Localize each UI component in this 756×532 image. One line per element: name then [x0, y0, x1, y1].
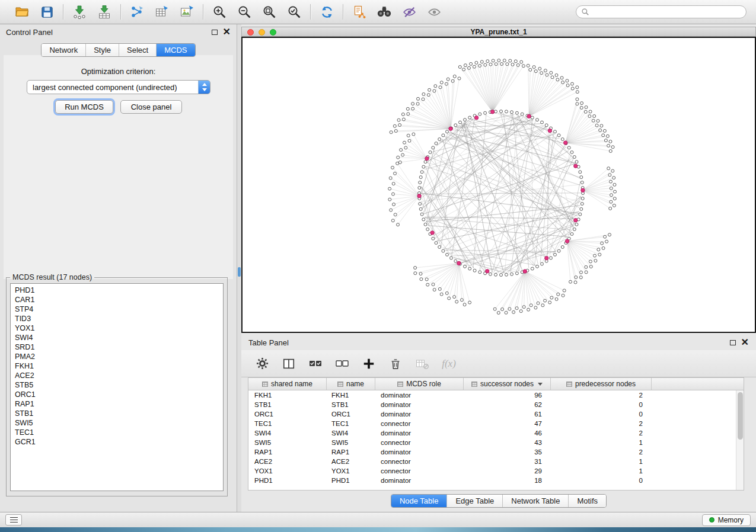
network-graph[interactable] — [243, 38, 755, 332]
result-node-item[interactable]: TID3 — [11, 314, 223, 323]
show-columns-button[interactable] — [280, 355, 298, 373]
result-node-item[interactable]: PHD1 — [11, 286, 223, 295]
tab-style[interactable]: Style — [86, 44, 119, 56]
refresh-view-button[interactable] — [317, 3, 337, 21]
delete-column-button[interactable] — [387, 355, 404, 373]
table-row-SWI4[interactable]: SWI4SWI4dominator462 — [248, 428, 736, 438]
table-cell: RAP1 — [248, 448, 327, 456]
table-row-ACE2[interactable]: ACE2ACE2connector311 — [248, 457, 736, 466]
table-cell: FKH1 — [248, 392, 327, 399]
column-header-MCDS-role[interactable]: MCDS role — [375, 378, 464, 390]
minimize-window-button[interactable] — [259, 29, 265, 36]
result-node-item[interactable]: ORC1 — [11, 390, 223, 399]
table-row-ORC1[interactable]: ORC1ORC1dominator610 — [248, 409, 736, 419]
maximize-window-button[interactable] — [270, 29, 276, 36]
unchecked-boxes-icon — [335, 357, 349, 371]
network-canvas[interactable] — [241, 37, 756, 333]
tab-motifs[interactable]: Motifs — [569, 495, 606, 507]
table-toolbar: f(x) — [241, 350, 756, 377]
result-node-item[interactable]: STB1 — [11, 409, 223, 418]
save-session-button[interactable] — [37, 3, 57, 21]
table-row-STB1[interactable]: STB1STB1dominator620 — [248, 400, 736, 409]
panel-splitter[interactable] — [237, 24, 241, 512]
column-header-predecessor-nodes[interactable]: predecessor nodes — [551, 378, 652, 390]
result-node-item[interactable]: ACE2 — [11, 371, 223, 380]
search-field[interactable] — [576, 5, 747, 18]
zoom-selected-icon — [287, 5, 301, 19]
copy-network-button[interactable] — [349, 3, 369, 21]
table-row-YOX1[interactable]: YOX1YOX1connector291 — [248, 466, 736, 476]
table-row-PHD1[interactable]: PHD1PHD1dominator180 — [248, 476, 736, 485]
result-node-item[interactable]: GCR1 — [11, 437, 223, 447]
table-cell: SWI5 — [248, 439, 327, 446]
result-node-item[interactable]: STB5 — [11, 380, 223, 390]
memory-button[interactable]: Memory — [702, 514, 751, 526]
result-node-item[interactable]: RAP1 — [11, 399, 223, 409]
zoom-selected-button[interactable] — [284, 3, 304, 21]
zoom-out-button[interactable] — [234, 3, 254, 21]
result-node-item[interactable]: SWI5 — [11, 418, 223, 428]
import-table-button[interactable] — [94, 3, 114, 21]
result-node-item[interactable]: PMA2 — [11, 352, 223, 361]
tab-edge-table[interactable]: Edge Table — [447, 495, 503, 507]
memory-label: Memory — [718, 516, 744, 524]
table-cell: PHD1 — [248, 477, 327, 484]
import-network-button[interactable] — [69, 3, 90, 21]
table-row-TEC1[interactable]: TEC1TEC1connector472 — [248, 419, 736, 428]
table-panel-tabs: Node TableEdge TableNetwork TableMotifs — [391, 494, 607, 508]
export-image-button[interactable] — [177, 3, 197, 21]
float-panel-icon[interactable] — [212, 30, 218, 35]
deselect-all-rows-button[interactable] — [333, 355, 351, 373]
import-network-icon — [72, 5, 87, 19]
table-settings-button[interactable] — [253, 355, 271, 373]
dropdown-stepper-icon — [198, 81, 210, 94]
select-all-rows-button[interactable] — [307, 355, 324, 373]
result-node-item[interactable]: STP4 — [11, 305, 223, 314]
tab-select[interactable]: Select — [119, 44, 157, 56]
zoom-fit-button[interactable] — [259, 3, 279, 21]
run-mcds-button[interactable]: Run MCDS — [55, 100, 113, 114]
table-cell: PHD1 — [327, 477, 375, 484]
result-node-item[interactable]: YOX1 — [11, 323, 223, 333]
table-cell: 0 — [551, 411, 652, 418]
export-network-button[interactable] — [127, 3, 147, 21]
first-neighbors-button[interactable] — [374, 3, 394, 21]
tab-network-table[interactable]: Network Table — [503, 495, 569, 507]
tab-mcds[interactable]: MCDS — [157, 44, 194, 56]
splitter-grip-icon[interactable] — [238, 267, 241, 277]
table-row-SWI5[interactable]: SWI5SWI5connector431 — [248, 438, 736, 447]
zoom-out-icon — [237, 5, 251, 19]
result-node-item[interactable]: CAR1 — [11, 295, 223, 305]
close-panel-icon[interactable]: ✕ — [741, 339, 749, 345]
hide-graphics-details-button[interactable] — [399, 3, 419, 21]
result-node-item[interactable]: TEC1 — [11, 428, 223, 437]
close-window-button[interactable] — [247, 29, 254, 36]
result-node-item[interactable]: FKH1 — [11, 361, 223, 371]
float-panel-icon[interactable] — [730, 340, 736, 345]
export-table-icon — [155, 5, 169, 19]
table-cell: YOX1 — [248, 467, 327, 475]
status-menu-button[interactable] — [5, 514, 22, 525]
column-header-name[interactable]: name — [327, 378, 375, 390]
column-header-successor-nodes[interactable]: successor nodes — [464, 378, 551, 390]
show-graphics-details-button[interactable] — [424, 3, 444, 21]
columns-icon — [282, 357, 295, 370]
scrollbar-thumb[interactable] — [738, 392, 743, 440]
zoom-in-button[interactable] — [209, 3, 229, 21]
zoom-fit-icon — [262, 5, 276, 19]
create-column-button[interactable] — [360, 355, 378, 373]
result-node-item[interactable]: SWI4 — [11, 333, 223, 342]
open-session-button[interactable] — [12, 3, 32, 21]
criterion-dropdown[interactable]: largest connected component (undirected) — [27, 80, 210, 94]
search-input[interactable] — [592, 8, 741, 16]
close-panel-icon[interactable]: ✕ — [223, 29, 231, 35]
tab-network[interactable]: Network — [42, 44, 86, 56]
result-node-item[interactable]: SRD1 — [11, 342, 223, 352]
export-table-button[interactable] — [152, 3, 172, 21]
table-row-RAP1[interactable]: RAP1RAP1dominator352 — [248, 447, 736, 457]
table-scrollbar[interactable] — [736, 390, 744, 490]
close-panel-button[interactable]: Close panel — [120, 100, 182, 114]
table-row-FKH1[interactable]: FKH1FKH1dominator962 — [248, 390, 736, 400]
tab-node-table[interactable]: Node Table — [391, 495, 448, 507]
column-header-shared-name[interactable]: shared name — [248, 378, 327, 390]
